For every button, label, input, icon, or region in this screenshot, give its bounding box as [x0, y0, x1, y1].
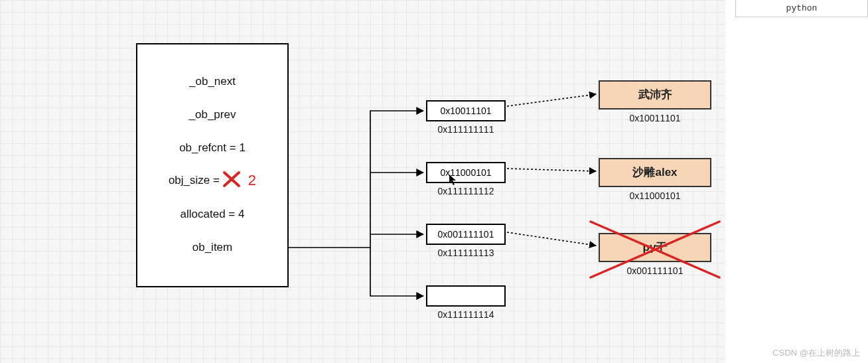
field-ob-refcnt: ob_refcnt = 1: [137, 141, 287, 155]
target-box-2-addr: 0x001111101: [599, 265, 711, 276]
field-ob-next: _ob_next: [137, 75, 287, 88]
target-box-1: 沙雕alex: [599, 158, 711, 187]
pylist-struct-box: _ob_next _ob_prev ob_refcnt = 1 obj_size…: [136, 43, 289, 287]
field-ob-item: ob_item: [137, 241, 287, 254]
target-box-0: 武沛齐: [599, 80, 711, 109]
ptr-cell-1-addr: 0x111111112: [426, 186, 506, 196]
watermark: CSDN @在上树的路上: [772, 347, 860, 359]
field-allocated: allocated = 4: [137, 208, 287, 221]
ptr-cell-0-addr: 0x111111111: [426, 124, 506, 135]
ptr-cell-1: 0x11000101: [426, 162, 506, 183]
cursor-icon: [449, 174, 458, 186]
obj-size-new-value: 2: [248, 172, 256, 189]
target-box-0-addr: 0x10011101: [599, 113, 711, 123]
ptr-cell-3: [426, 285, 506, 307]
ptr-cell-3-addr: 0x111111114: [426, 309, 506, 320]
target-box-1-addr: 0x11000101: [599, 190, 711, 201]
field-obj-size: obj_size = 2: [137, 171, 287, 190]
language-tab: python: [735, 0, 868, 17]
ptr-cell-2: 0x001111101: [426, 224, 506, 245]
ptr-cell-0: 0x10011101: [426, 100, 506, 121]
crossed-out-icon: [222, 171, 241, 190]
field-ob-prev: _ob_prev: [137, 108, 287, 121]
obj-size-label: obj_size =: [169, 174, 220, 186]
target-box-2: py于: [599, 233, 711, 262]
ptr-cell-2-addr: 0x111111113: [426, 248, 506, 258]
